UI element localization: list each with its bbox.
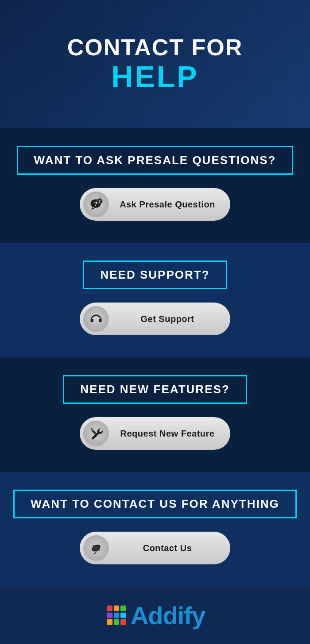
logo-grid-cell-5 (114, 613, 120, 618)
features-heading-text: NEED NEW FEATURES? (80, 383, 229, 396)
logo-grid-cell-8 (114, 619, 120, 625)
logo-text: Addify (131, 601, 205, 630)
logo-grid-cell-3 (120, 606, 126, 611)
request-feature-button[interactable]: Request New Feature (80, 417, 230, 450)
logo-grid-cell-1 (107, 606, 112, 611)
svg-text:?: ? (98, 199, 101, 203)
hero-title-top: CONTACT FOR (67, 35, 243, 60)
presale-section: WANT TO ASK PRESALE QUESTIONS? ? ? Ask P… (0, 128, 310, 243)
features-section: NEED NEW FEATURES? Request New Feature (0, 357, 310, 472)
contact-heading-text: WANT TO CONTACT US FOR ANYTHING (31, 497, 279, 510)
logo-grid-cell-9 (120, 619, 126, 625)
logo-grid-cell-7 (107, 619, 112, 625)
support-section: NEED SUPPORT? Get Support (0, 243, 310, 357)
headset-svg (89, 312, 103, 326)
hero-section: CONTACT FOR HELP (0, 0, 310, 128)
svg-rect-5 (99, 319, 101, 322)
wrench-icon (83, 421, 109, 446)
phone-icon (83, 535, 109, 561)
support-heading-text: NEED SUPPORT? (100, 268, 209, 281)
logo-grid-cell-4 (107, 613, 112, 618)
hero-title-bottom: HELP (67, 60, 243, 93)
chat-question-icon: ? ? (83, 192, 109, 217)
ask-presale-label: Ask Presale Question (115, 199, 227, 210)
footer: Addify (0, 586, 310, 644)
headset-icon (83, 306, 109, 332)
presale-heading-text: WANT TO ASK PRESALE QUESTIONS? (34, 153, 276, 167)
logo-grid-cell-6 (120, 613, 126, 618)
svg-rect-4 (91, 319, 93, 322)
contact-heading-box: WANT TO CONTACT US FOR ANYTHING (13, 490, 296, 518)
phone-svg (89, 541, 103, 555)
features-heading-box: NEED NEW FEATURES? (63, 375, 247, 404)
presale-heading-box: WANT TO ASK PRESALE QUESTIONS? (17, 146, 294, 175)
logo-grid-icon (105, 604, 128, 627)
contact-us-label: Contact Us (115, 543, 227, 553)
logo-grid-cell-2 (114, 606, 120, 611)
wrench-svg (89, 426, 103, 441)
support-heading-box: NEED SUPPORT? (83, 261, 227, 289)
get-support-label: Get Support (115, 314, 227, 324)
svg-point-11 (94, 546, 97, 549)
svg-point-6 (95, 434, 97, 436)
addify-logo: Addify (105, 601, 205, 630)
contact-section: WANT TO CONTACT US FOR ANYTHING Contact … (0, 472, 310, 586)
get-support-button[interactable]: Get Support (80, 303, 230, 335)
chat-question-svg: ? ? (89, 197, 103, 211)
hero-content: CONTACT FOR HELP (67, 35, 243, 93)
request-feature-label: Request New Feature (115, 429, 227, 439)
ask-presale-button[interactable]: ? ? Ask Presale Question (80, 188, 230, 221)
contact-us-button[interactable]: Contact Us (80, 532, 230, 564)
